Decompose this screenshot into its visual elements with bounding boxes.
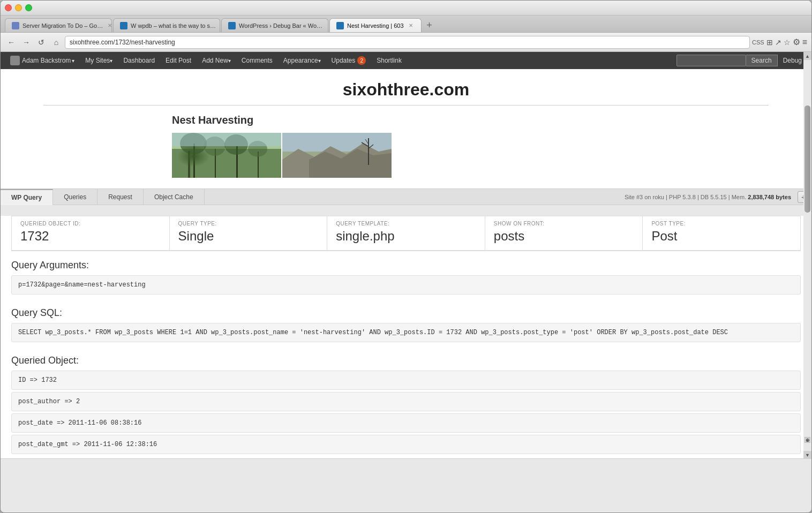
page-content: Adam Backstrom ▾ My Sites Dashboard Edit… bbox=[1, 52, 811, 459]
stats-row: QUERIED OBJECT ID: 1732 QUERY TYPE: Sing… bbox=[11, 216, 801, 251]
user-name: Adam Backstrom bbox=[22, 57, 71, 64]
debug-tab-queries[interactable]: Queries bbox=[53, 189, 97, 205]
stat-queried-object-id: QUERIED OBJECT ID: 1732 bbox=[11, 216, 169, 251]
new-tab-button[interactable]: + bbox=[423, 18, 437, 32]
back-button[interactable]: ← bbox=[5, 36, 18, 49]
debug-tab-object-cache[interactable]: Object Cache bbox=[144, 189, 205, 205]
grid-icon[interactable]: ⊞ bbox=[766, 38, 773, 47]
tab-label-4: Nest Harvesting | 603 bbox=[347, 22, 404, 29]
debug-meta: Site #3 on roku | PHP 5.3.8 | DB 5.5.15 … bbox=[618, 194, 798, 200]
stat-label-0: QUERIED OBJECT ID: bbox=[20, 221, 161, 227]
title-bar bbox=[1, 1, 811, 16]
home-button[interactable]: ⌂ bbox=[50, 36, 63, 49]
query-sql-title: Query SQL: bbox=[11, 307, 801, 319]
admin-bar-dashboard[interactable]: Dashboard bbox=[118, 52, 160, 69]
svg-rect-16 bbox=[368, 138, 369, 165]
share-icon[interactable]: ↗ bbox=[775, 38, 781, 47]
stat-label-1: QUERY TYPE: bbox=[178, 221, 319, 227]
stat-label-3: SHOW ON FRONT: bbox=[494, 221, 634, 227]
debug-content: QUERIED OBJECT ID: 1732 QUERY TYPE: Sing… bbox=[1, 216, 811, 458]
queried-object-field-1: post_author => 2 bbox=[11, 392, 801, 411]
tab-label-2: W wpdb – what is the way to s… bbox=[131, 22, 216, 29]
stat-post-type: POST TYPE: Post bbox=[642, 216, 801, 251]
address-bar[interactable]: sixohthree.com/1732/nest-harvesting bbox=[65, 36, 750, 49]
stat-show-on-front: SHOW ON FRONT: posts bbox=[485, 216, 643, 251]
debug-tabs: WP Query Queries Request Object Cache Si… bbox=[1, 189, 811, 205]
wp-search-input[interactable] bbox=[676, 55, 746, 66]
stat-value-2: single.php bbox=[336, 229, 476, 244]
queried-object-field-0: ID => 1732 bbox=[11, 371, 801, 390]
admin-bar-debug[interactable]: Debug bbox=[778, 52, 807, 69]
tab-close-3[interactable]: ✕ bbox=[326, 22, 328, 29]
debug-php: PHP 5.3.8 bbox=[669, 194, 696, 200]
reload-button[interactable]: ↺ bbox=[35, 36, 48, 49]
tab-favicon-3 bbox=[228, 22, 236, 29]
debug-label: Debug bbox=[783, 57, 802, 64]
forward-button[interactable]: → bbox=[20, 36, 33, 49]
browser-tab-2[interactable]: W wpdb – what is the way to s… ✕ bbox=[113, 18, 220, 32]
admin-bar-user[interactable]: Adam Backstrom ▾ bbox=[5, 52, 80, 69]
site-divider bbox=[43, 105, 769, 105]
stat-value-4: Post bbox=[651, 229, 792, 244]
debug-tab-object-cache-label: Object Cache bbox=[154, 193, 193, 201]
scrollbar-arrow-up[interactable]: ▲ bbox=[803, 52, 811, 60]
shortlink-label: Shortlink bbox=[377, 57, 402, 64]
minimize-window-button[interactable] bbox=[15, 4, 22, 11]
queried-object-field-3: post_date_gmt => 2011-11-06 12:38:16 bbox=[11, 435, 801, 454]
updates-label: Updates bbox=[332, 57, 356, 64]
bookmark-icon[interactable]: ☆ bbox=[784, 38, 791, 47]
post-image-left bbox=[172, 133, 281, 178]
nav-icons: CSS ⊞ ↗ ☆ ⚙ ≡ bbox=[752, 37, 807, 47]
appearance-label: Appearance bbox=[283, 57, 318, 64]
wp-search-button[interactable]: Search bbox=[746, 55, 778, 66]
admin-bar-updates[interactable]: Updates 2 bbox=[326, 52, 372, 69]
tab-favicon-1 bbox=[12, 22, 19, 29]
stat-value-0: 1732 bbox=[20, 229, 161, 244]
admin-bar-add-new[interactable]: Add New bbox=[197, 52, 236, 69]
my-sites-label: My Sites bbox=[85, 57, 110, 64]
edit-post-label: Edit Post bbox=[166, 57, 191, 64]
tab-close-4[interactable]: ✕ bbox=[407, 22, 415, 29]
debug-db: DB 5.5.15 bbox=[701, 194, 727, 200]
tab-label-3: WordPress › Debug Bar « Wo… bbox=[239, 22, 322, 29]
scrollbar-resize-handle[interactable]: ⊕ bbox=[805, 437, 810, 443]
scrollbar-thumb[interactable] bbox=[805, 105, 810, 213]
browser-tab-1[interactable]: Server Migration To Do – Go… ✕ bbox=[5, 18, 112, 32]
debug-tab-wp-query[interactable]: WP Query bbox=[1, 189, 53, 205]
queried-object-section: Queried Object: ID => 1732 post_author =… bbox=[1, 346, 811, 458]
debug-tab-request-label: Request bbox=[108, 193, 132, 201]
debug-tab-request[interactable]: Request bbox=[97, 189, 144, 205]
query-sql-section: Query SQL: SELECT wp_3_posts.* FROM wp_3… bbox=[1, 299, 811, 346]
browser-tab-4[interactable]: Nest Harvesting | 603 ✕ bbox=[329, 18, 422, 32]
svg-rect-3 bbox=[193, 144, 195, 178]
scrollbar-arrow-down[interactable]: ▼ bbox=[803, 451, 811, 459]
post-image-left-svg bbox=[172, 133, 281, 178]
debug-site: Site #3 on roku bbox=[625, 194, 664, 200]
stat-value-1: Single bbox=[178, 229, 319, 244]
post-images bbox=[172, 133, 790, 178]
admin-bar-my-sites[interactable]: My Sites bbox=[80, 52, 118, 69]
debug-mem-label: Mem. bbox=[732, 194, 747, 200]
stat-query-type: QUERY TYPE: Single bbox=[169, 216, 327, 251]
url-text: sixohthree.com/1732/nest-harvesting bbox=[70, 39, 175, 46]
extensions-icon[interactable]: ⚙ bbox=[793, 37, 800, 47]
browser-window: Server Migration To Do – Go… ✕ W wpdb – … bbox=[0, 0, 812, 513]
close-window-button[interactable] bbox=[5, 4, 12, 11]
scrollbar-track: ▲ ▼ ⊕ bbox=[803, 52, 811, 459]
tab-close-2[interactable]: ✕ bbox=[219, 22, 220, 29]
browser-tab-3[interactable]: WordPress › Debug Bar « Wo… ✕ bbox=[221, 18, 328, 32]
tab-close-1[interactable]: ✕ bbox=[106, 22, 112, 29]
stat-label-2: QUERY TEMPLATE: bbox=[336, 221, 476, 227]
post-image-right-svg bbox=[282, 133, 392, 178]
admin-bar-shortlink[interactable]: Shortlink bbox=[371, 52, 407, 69]
menu-icon[interactable]: ≡ bbox=[802, 37, 807, 47]
admin-bar-edit-post[interactable]: Edit Post bbox=[160, 52, 197, 69]
tab-favicon-4 bbox=[336, 22, 344, 29]
admin-bar-appearance[interactable]: Appearance bbox=[278, 52, 326, 69]
debug-bar: WP Query Queries Request Object Cache Si… bbox=[1, 188, 811, 459]
admin-bar-comments[interactable]: Comments bbox=[236, 52, 278, 69]
stat-label-4: POST TYPE: bbox=[651, 221, 792, 227]
dashboard-label: Dashboard bbox=[123, 57, 155, 64]
maximize-window-button[interactable] bbox=[25, 4, 32, 11]
debug-mem-value: 2,838,748 bytes bbox=[748, 194, 791, 200]
